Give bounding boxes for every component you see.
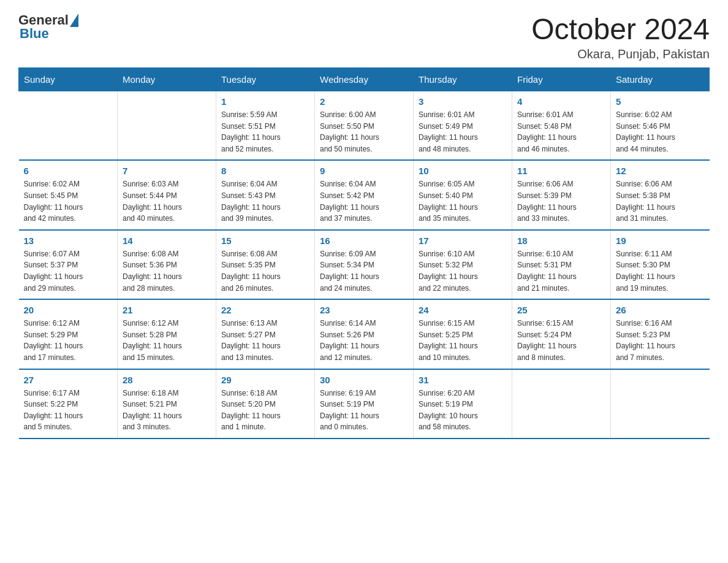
day-number: 22 (221, 305, 309, 315)
calendar-cell: 24Sunrise: 6:15 AM Sunset: 5:25 PM Dayli… (414, 299, 512, 369)
day-number: 14 (123, 236, 211, 246)
day-info: Sunrise: 6:01 AM Sunset: 5:49 PM Dayligh… (419, 109, 507, 155)
day-info: Sunrise: 6:18 AM Sunset: 5:21 PM Dayligh… (123, 388, 211, 433)
calendar-cell: 21Sunrise: 6:12 AM Sunset: 5:28 PM Dayli… (118, 299, 216, 369)
calendar-cell: 26Sunrise: 6:16 AM Sunset: 5:23 PM Dayli… (611, 299, 710, 369)
day-info: Sunrise: 6:04 AM Sunset: 5:42 PM Dayligh… (320, 178, 408, 224)
day-number: 27 (24, 375, 113, 385)
day-number: 8 (221, 166, 309, 176)
calendar-cell: 31Sunrise: 6:20 AM Sunset: 5:19 PM Dayli… (414, 369, 512, 439)
header-cell-thursday: Thursday (414, 68, 512, 91)
day-info: Sunrise: 6:16 AM Sunset: 5:23 PM Dayligh… (616, 318, 705, 363)
day-number: 29 (221, 375, 309, 385)
day-number: 17 (419, 236, 507, 246)
day-number: 11 (517, 166, 605, 176)
calendar-cell: 28Sunrise: 6:18 AM Sunset: 5:21 PM Dayli… (118, 369, 216, 439)
day-number: 15 (221, 236, 309, 246)
calendar-cell (19, 91, 118, 161)
calendar-cell: 7Sunrise: 6:03 AM Sunset: 5:44 PM Daylig… (118, 160, 216, 229)
calendar-cell: 14Sunrise: 6:08 AM Sunset: 5:36 PM Dayli… (118, 230, 216, 299)
calendar-cell: 4Sunrise: 6:01 AM Sunset: 5:48 PM Daylig… (512, 91, 611, 161)
logo: General Blue (18, 12, 78, 42)
calendar-cell: 16Sunrise: 6:09 AM Sunset: 5:34 PM Dayli… (315, 230, 414, 299)
week-row-4: 20Sunrise: 6:12 AM Sunset: 5:29 PM Dayli… (19, 299, 710, 369)
day-info: Sunrise: 6:17 AM Sunset: 5:22 PM Dayligh… (24, 388, 113, 433)
day-number: 7 (123, 166, 211, 176)
calendar-table: SundayMondayTuesdayWednesdayThursdayFrid… (18, 67, 710, 439)
header-row: SundayMondayTuesdayWednesdayThursdayFrid… (19, 68, 710, 91)
day-number: 30 (320, 375, 408, 385)
day-info: Sunrise: 6:08 AM Sunset: 5:36 PM Dayligh… (123, 248, 211, 294)
location-text: Okara, Punjab, Pakistan (531, 47, 710, 61)
day-number: 20 (24, 305, 113, 315)
week-row-1: 1Sunrise: 5:59 AM Sunset: 5:51 PM Daylig… (19, 91, 710, 161)
day-info: Sunrise: 6:01 AM Sunset: 5:48 PM Dayligh… (517, 109, 605, 155)
day-info: Sunrise: 6:02 AM Sunset: 5:45 PM Dayligh… (24, 178, 113, 224)
day-number: 10 (419, 166, 507, 176)
day-info: Sunrise: 6:06 AM Sunset: 5:39 PM Dayligh… (517, 178, 605, 224)
day-info: Sunrise: 6:03 AM Sunset: 5:44 PM Dayligh… (123, 178, 211, 224)
day-number: 1 (221, 96, 309, 107)
calendar-cell: 25Sunrise: 6:15 AM Sunset: 5:24 PM Dayli… (512, 299, 611, 369)
day-info: Sunrise: 6:12 AM Sunset: 5:28 PM Dayligh… (123, 318, 211, 363)
day-info: Sunrise: 6:12 AM Sunset: 5:29 PM Dayligh… (24, 318, 113, 363)
day-number: 2 (320, 96, 408, 107)
calendar-cell: 20Sunrise: 6:12 AM Sunset: 5:29 PM Dayli… (19, 299, 118, 369)
day-number: 19 (616, 236, 705, 246)
day-info: Sunrise: 6:06 AM Sunset: 5:38 PM Dayligh… (616, 178, 705, 224)
week-row-5: 27Sunrise: 6:17 AM Sunset: 5:22 PM Dayli… (19, 369, 710, 439)
header-cell-tuesday: Tuesday (216, 68, 315, 91)
day-info: Sunrise: 6:13 AM Sunset: 5:27 PM Dayligh… (221, 318, 309, 363)
day-info: Sunrise: 6:09 AM Sunset: 5:34 PM Dayligh… (320, 248, 408, 294)
logo-blue-text: Blue (20, 26, 78, 42)
calendar-cell: 9Sunrise: 6:04 AM Sunset: 5:42 PM Daylig… (315, 160, 414, 229)
header-cell-wednesday: Wednesday (315, 68, 414, 91)
calendar-cell: 19Sunrise: 6:11 AM Sunset: 5:30 PM Dayli… (611, 230, 710, 299)
calendar-cell: 27Sunrise: 6:17 AM Sunset: 5:22 PM Dayli… (19, 369, 118, 439)
day-number: 4 (517, 96, 605, 107)
day-number: 18 (517, 236, 605, 246)
calendar-cell (118, 91, 216, 161)
page-header: General Blue October 2024 Okara, Punjab,… (18, 12, 710, 61)
calendar-body: 1Sunrise: 5:59 AM Sunset: 5:51 PM Daylig… (19, 91, 710, 439)
day-info: Sunrise: 6:02 AM Sunset: 5:46 PM Dayligh… (616, 109, 705, 155)
day-info: Sunrise: 6:18 AM Sunset: 5:20 PM Dayligh… (221, 388, 309, 433)
month-title: October 2024 (531, 12, 710, 46)
calendar-cell: 8Sunrise: 6:04 AM Sunset: 5:43 PM Daylig… (216, 160, 315, 229)
day-number: 24 (419, 305, 507, 315)
calendar-cell: 6Sunrise: 6:02 AM Sunset: 5:45 PM Daylig… (19, 160, 118, 229)
day-info: Sunrise: 5:59 AM Sunset: 5:51 PM Dayligh… (221, 109, 309, 155)
day-info: Sunrise: 6:15 AM Sunset: 5:24 PM Dayligh… (517, 318, 605, 363)
day-number: 25 (517, 305, 605, 315)
day-info: Sunrise: 6:19 AM Sunset: 5:19 PM Dayligh… (320, 388, 408, 433)
day-info: Sunrise: 6:05 AM Sunset: 5:40 PM Dayligh… (419, 178, 507, 224)
calendar-cell: 18Sunrise: 6:10 AM Sunset: 5:31 PM Dayli… (512, 230, 611, 299)
logo-triangle-icon (70, 13, 78, 27)
day-info: Sunrise: 6:08 AM Sunset: 5:35 PM Dayligh… (221, 248, 309, 294)
header-cell-saturday: Saturday (611, 68, 710, 91)
header-cell-monday: Monday (118, 68, 216, 91)
calendar-cell: 1Sunrise: 5:59 AM Sunset: 5:51 PM Daylig… (216, 91, 315, 161)
calendar-header: SundayMondayTuesdayWednesdayThursdayFrid… (19, 68, 710, 91)
calendar-cell: 13Sunrise: 6:07 AM Sunset: 5:37 PM Dayli… (19, 230, 118, 299)
header-cell-sunday: Sunday (19, 68, 118, 91)
calendar-cell: 15Sunrise: 6:08 AM Sunset: 5:35 PM Dayli… (216, 230, 315, 299)
day-number: 28 (123, 375, 211, 385)
day-info: Sunrise: 6:00 AM Sunset: 5:50 PM Dayligh… (320, 109, 408, 155)
calendar-cell: 12Sunrise: 6:06 AM Sunset: 5:38 PM Dayli… (611, 160, 710, 229)
calendar-cell: 30Sunrise: 6:19 AM Sunset: 5:19 PM Dayli… (315, 369, 414, 439)
calendar-cell: 5Sunrise: 6:02 AM Sunset: 5:46 PM Daylig… (611, 91, 710, 161)
day-number: 6 (24, 166, 113, 176)
day-info: Sunrise: 6:10 AM Sunset: 5:32 PM Dayligh… (419, 248, 507, 294)
day-number: 5 (616, 96, 705, 107)
week-row-3: 13Sunrise: 6:07 AM Sunset: 5:37 PM Dayli… (19, 230, 710, 299)
week-row-2: 6Sunrise: 6:02 AM Sunset: 5:45 PM Daylig… (19, 160, 710, 229)
calendar-cell: 22Sunrise: 6:13 AM Sunset: 5:27 PM Dayli… (216, 299, 315, 369)
day-number: 23 (320, 305, 408, 315)
day-number: 21 (123, 305, 211, 315)
day-info: Sunrise: 6:14 AM Sunset: 5:26 PM Dayligh… (320, 318, 408, 363)
day-info: Sunrise: 6:15 AM Sunset: 5:25 PM Dayligh… (419, 318, 507, 363)
day-number: 12 (616, 166, 705, 176)
day-number: 9 (320, 166, 408, 176)
day-number: 31 (419, 375, 507, 385)
